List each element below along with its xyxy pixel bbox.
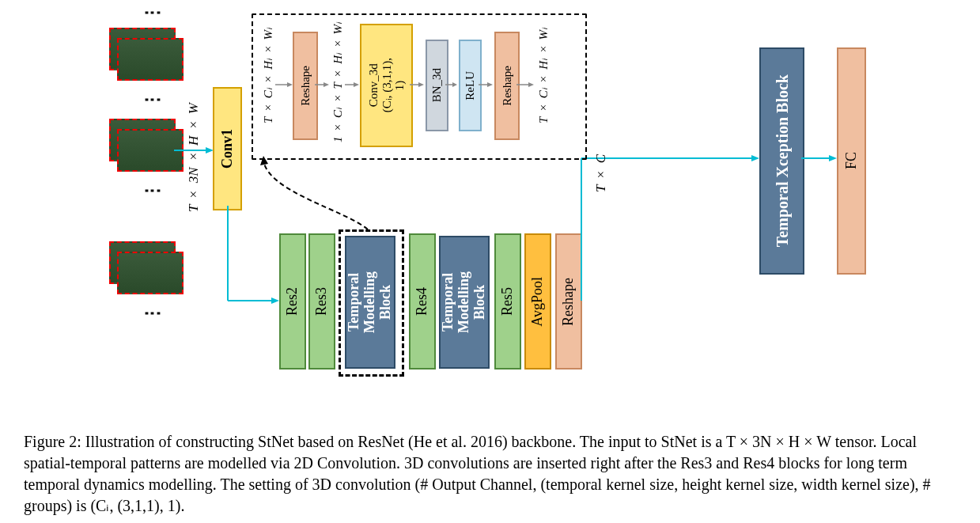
video-frame: [117, 38, 184, 81]
svg-marker-14: [324, 82, 329, 87]
svg-marker-18: [418, 82, 424, 87]
architecture-diagram: ⋮ ⋮ ⋮ ⋮ T × 3N × H × W Conv1 Res2 Res3 T…: [0, 0, 980, 411]
res2-block: Res2: [279, 233, 306, 370]
conv3d-block: Conv_3d (Cᵢ, (3,1,1), 1): [360, 24, 413, 147]
tensor-dim-label: T × Cᵢ × Hᵢ × Wᵢ: [261, 28, 275, 123]
svg-marker-4: [271, 298, 279, 304]
svg-marker-12: [287, 82, 293, 87]
temporal-xception-block: Temporal Xception Block: [759, 47, 804, 275]
temporal-modelling-block: Temporal Modelling Block: [439, 236, 490, 369]
arrow-icon: [516, 81, 534, 88]
conv1-block: Conv1: [213, 87, 242, 210]
tensor-dim-label: T × Cᵢ × Hᵢ × Wᵢ: [536, 28, 551, 123]
svg-marker-22: [487, 82, 493, 87]
svg-marker-7: [751, 155, 759, 161]
arrow-icon: [445, 81, 457, 88]
dashed-connector: [257, 154, 384, 233]
fc-block: FC: [837, 47, 866, 275]
ellipsis-icon: ⋮: [142, 4, 163, 23]
arrow-icon: [345, 81, 359, 88]
svg-marker-9: [829, 155, 837, 161]
arrow-icon: [315, 81, 329, 88]
figure-caption: Figure 2: Illustration of constructing S…: [24, 431, 957, 517]
arrow-icon: [410, 81, 424, 88]
tensor-dim-label: 1 × Cᵢ × T × Hᵢ × Wᵢ: [331, 22, 345, 142]
temporal-modelling-block: Temporal Modelling Block: [345, 236, 395, 369]
avgpool-block: AvgPool: [524, 233, 551, 370]
res3-block: Res3: [308, 233, 335, 370]
video-frame: [117, 252, 184, 294]
svg-marker-20: [452, 82, 457, 87]
tensor-dim-label: T × 3N × H × W: [186, 103, 202, 212]
res5-block: Res5: [494, 233, 521, 370]
ellipsis-icon: ⋮: [142, 182, 163, 201]
svg-marker-10: [260, 156, 268, 165]
svg-marker-24: [528, 82, 534, 87]
tensor-dim-label: T × C: [593, 154, 609, 192]
arrow-icon: [801, 154, 837, 162]
ellipsis-icon: ⋮: [142, 305, 163, 324]
svg-marker-16: [354, 82, 359, 87]
arrow-icon: [275, 81, 293, 88]
arrow-icon: [479, 81, 493, 88]
arrow-icon: [174, 146, 214, 154]
res4-block: Res4: [409, 233, 436, 370]
ellipsis-icon: ⋮: [142, 91, 163, 110]
